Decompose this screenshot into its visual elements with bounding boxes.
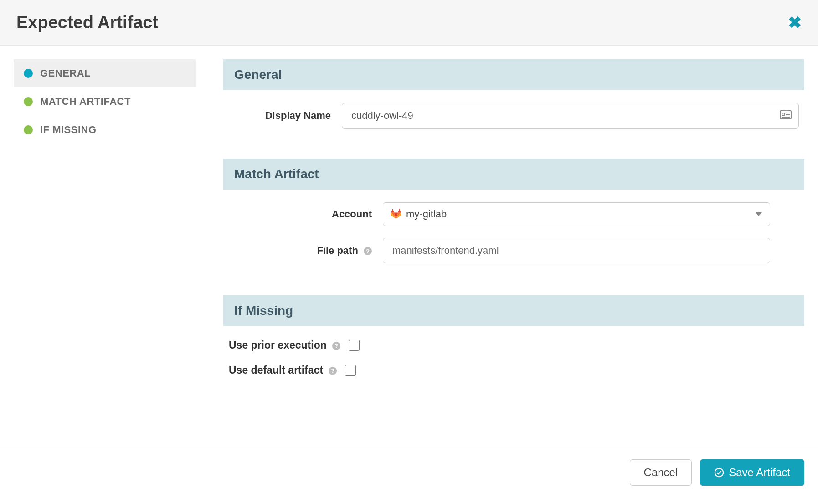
sidebar-item-label: MATCH ARTIFACT [40,96,131,108]
close-icon[interactable]: ✖ [788,13,802,32]
use-prior-checkbox[interactable] [349,340,360,351]
sidebar-item-label: IF MISSING [40,124,97,136]
sidebar-item-label: GENERAL [40,67,91,79]
account-select[interactable]: my-gitlab [383,202,770,226]
svg-point-1 [782,113,785,116]
save-artifact-button[interactable]: Save Artifact [700,459,804,486]
display-name-label: Display Name [223,110,342,122]
modal-body: GENERAL MATCH ARTIFACT IF MISSING Genera… [0,46,818,448]
main-content: General Display Name [223,59,804,434]
cancel-button[interactable]: Cancel [630,459,692,486]
check-circle-icon [714,468,724,478]
dot-icon [24,97,33,106]
account-value: my-gitlab [406,208,447,220]
help-icon[interactable]: ? [364,247,372,255]
use-prior-label: Use prior execution ? [229,339,340,351]
section-header-ifmissing: If Missing [223,295,804,326]
display-name-input[interactable] [342,103,799,129]
row-use-default: Use default artifact ? [223,364,804,376]
section-header-match: Match Artifact [223,159,804,190]
sidebar-item-match-artifact[interactable]: MATCH ARTIFACT [14,87,196,116]
use-default-label: Use default artifact ? [229,364,337,376]
section-header-general: General [223,59,804,90]
gitlab-icon [391,209,401,220]
sidebar-item-if-missing[interactable]: IF MISSING [14,116,196,144]
help-icon[interactable]: ? [332,342,340,350]
expected-artifact-modal: Expected Artifact ✖ GENERAL MATCH ARTIFA… [0,0,818,504]
sidebar-item-general[interactable]: GENERAL [14,59,196,87]
account-label: Account [223,208,383,220]
modal-header: Expected Artifact ✖ [0,0,818,46]
modal-footer: Cancel Save Artifact [0,448,818,504]
id-card-icon[interactable] [780,110,792,121]
form-row-account: Account my-gi [223,202,804,226]
help-icon[interactable]: ? [329,367,337,375]
use-default-checkbox[interactable] [345,365,356,376]
modal-title: Expected Artifact [16,13,158,32]
display-name-input-wrap [342,103,799,129]
filepath-input[interactable] [383,238,770,263]
form-row-filepath: File path ? [223,238,804,263]
sidebar: GENERAL MATCH ARTIFACT IF MISSING [14,59,196,434]
chevron-down-icon [756,212,762,216]
row-use-prior: Use prior execution ? [223,339,804,351]
filepath-label: File path ? [223,245,383,257]
dot-icon [24,125,33,134]
save-label: Save Artifact [729,466,790,479]
dot-icon [24,69,33,78]
account-select-wrap: my-gitlab [383,202,770,226]
form-row-display-name: Display Name [223,103,804,129]
